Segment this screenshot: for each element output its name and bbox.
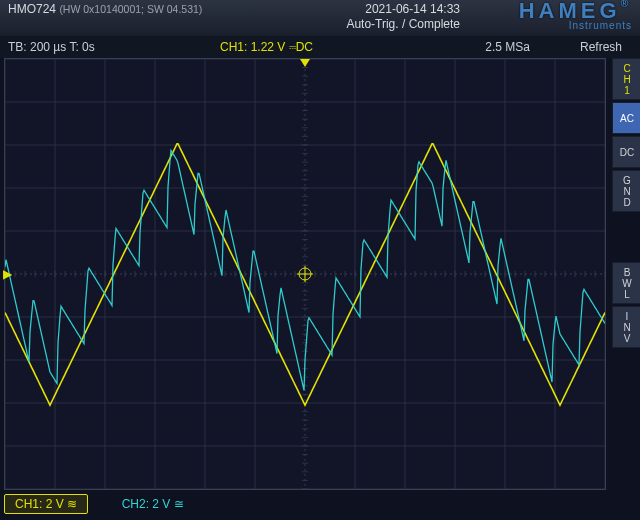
device-model: HMO724 (HW 0x10140001; SW 04.531): [8, 2, 202, 16]
refresh-mode-text: Refresh: [580, 36, 622, 58]
firmware-text: (HW 0x10140001; SW 04.531): [59, 3, 202, 15]
model-text: HMO724: [8, 2, 56, 16]
channel-select-button[interactable]: C H 1: [612, 58, 640, 100]
invert-button[interactable]: I N V: [612, 306, 640, 348]
coupling-dc-button[interactable]: DC: [612, 136, 640, 168]
trigger-status-text: Auto-Trig. / Complete: [346, 17, 460, 31]
info-bar: TB: 200 µs T: 0s CH1: 1.22 V ⎓DC 2.5 MSa…: [0, 36, 640, 58]
title-bar: HMO724 (HW 0x10140001; SW 04.531) 2021-0…: [0, 0, 640, 36]
trigger-level-marker-icon: ▶: [3, 267, 12, 281]
bandwidth-limit-button[interactable]: B W L: [612, 262, 640, 304]
side-softkeys: C H 1 AC DC G N D B W L I N V: [612, 58, 640, 350]
datetime-text: 2021-06-14 14:33: [365, 2, 460, 16]
coupling-ac-button[interactable]: AC: [612, 102, 640, 134]
waveform-display[interactable]: ▶: [4, 58, 606, 490]
waveform-svg: [5, 59, 605, 489]
channel-badges: CH1: 2 V ≋ CH2: 2 V ≅: [4, 494, 214, 516]
brand-subtitle: Instruments: [569, 20, 632, 31]
coupling-gnd-button[interactable]: G N D: [612, 170, 640, 212]
ch1-badge[interactable]: CH1: 2 V ≋: [4, 494, 88, 514]
ch2-badge[interactable]: CH2: 2 V ≅: [112, 495, 194, 513]
ch1-trigger-text: CH1: 1.22 V ⎓DC: [220, 36, 313, 58]
sample-rate-text: 2.5 MSa: [485, 36, 530, 58]
timebase-text: TB: 200 µs T: 0s: [8, 36, 95, 58]
